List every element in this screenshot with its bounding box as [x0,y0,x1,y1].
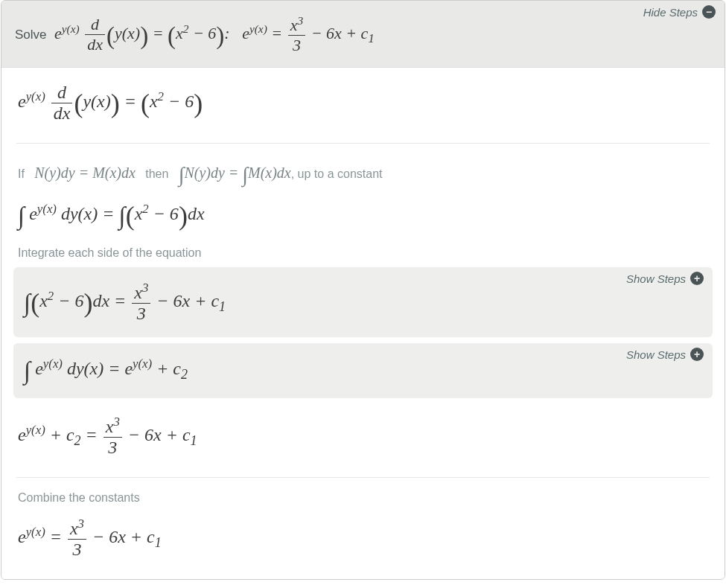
divider [16,477,710,478]
hide-steps-label: Hide Steps [643,6,698,19]
combined-equation: ey(x) + c2 = x33 − 6x + c1 [10,404,716,468]
solve-label: Solve [15,28,47,42]
rule-left: N(y)dy = M(x)dx [34,167,136,180]
problem-equation: ey(x) ddx(y(x)) = (x2 − 6): ey(x) = x33 … [54,28,375,41]
substep-1: Show Steps + ∫(x2 − 6)dx = x33 − 6x + c1 [13,267,713,337]
plus-icon: + [690,272,704,285]
show-steps-button-2[interactable]: Show Steps + [626,348,704,361]
substep-1-equation: ∫(x2 − 6)dx = x33 − 6x + c1 [24,281,702,324]
integral-setup: ∫ ey(x) dy(x) = ∫(x2 − 6)dx [10,190,716,242]
rule-if: If [18,167,25,180]
show-steps-label: Show Steps [626,272,686,285]
combine-constants-label: Combine the constants [10,487,716,506]
rule-suffix: , up to a constant [291,167,383,180]
minus-icon: − [702,5,716,19]
separation-rule: If N(y)dy = M(x)dx then ∫N(y)dy = ∫M(x)d… [10,153,716,190]
rule-right: ∫N(y)dy = ∫M(x)dx [179,167,291,180]
substep-2-equation: ∫ ey(x) dy(x) = ey(x) + c2 [24,357,702,385]
rule-then: then [145,167,168,180]
plus-icon: + [690,348,704,361]
show-steps-button-1[interactable]: Show Steps + [626,272,704,285]
problem-header: Hide Steps − Solve ey(x) ddx(y(x)) = (x2… [1,1,725,68]
integrate-label: Integrate each side of the equation [10,242,716,261]
solution-body: ey(x) ddx(y(x)) = (x2 − 6) If N(y)dy = M… [1,68,725,579]
show-steps-label: Show Steps [626,348,686,361]
final-equation: ey(x) = x33 − 6x + c1 [10,506,716,570]
restated-equation: ey(x) ddx(y(x)) = (x2 − 6) [10,72,716,134]
substep-2: Show Steps + ∫ ey(x) dy(x) = ey(x) + c2 [13,343,713,398]
solution-panel: Hide Steps − Solve ey(x) ddx(y(x)) = (x2… [1,0,725,580]
hide-steps-button[interactable]: Hide Steps − [643,5,716,19]
divider [16,143,710,144]
